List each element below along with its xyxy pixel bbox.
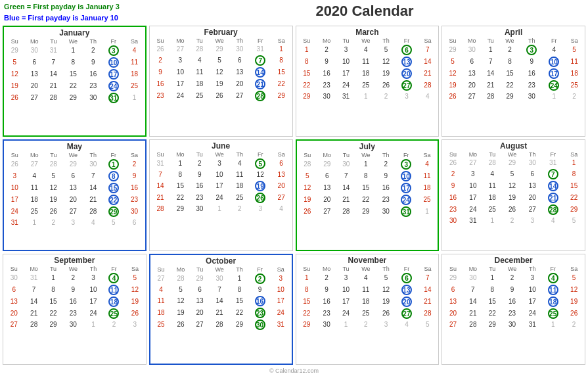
- day-cell: 30: [520, 91, 543, 102]
- day-cell: 4: [395, 319, 418, 330]
- day-cell: 21: [84, 194, 102, 206]
- day-cell: 26: [125, 308, 145, 319]
- day-header-mo: Mo: [316, 37, 337, 44]
- day-cell: 20: [62, 194, 84, 206]
- day-cell: 27: [523, 204, 541, 216]
- day-header-mo: Mo: [24, 152, 45, 158]
- day-cell: 13: [24, 68, 45, 80]
- day-header-fr: Fr: [248, 266, 271, 273]
- day-cell: 15: [170, 180, 191, 192]
- day-cell: 1: [102, 158, 125, 170]
- day-cell: 19: [249, 180, 272, 192]
- day-cell: 29: [208, 44, 231, 55]
- day-cell: 3: [377, 319, 396, 330]
- day-header-fr: Fr: [541, 266, 564, 272]
- day-cell: 2: [501, 216, 524, 226]
- day-cell: 29: [5, 45, 24, 57]
- day-cell: 13: [62, 182, 84, 194]
- day-cell: 7: [84, 170, 102, 182]
- day-cell: 17: [337, 68, 355, 80]
- day-cell: 24: [84, 308, 102, 319]
- day-cell: 17: [5, 194, 24, 206]
- day-cell: 21: [541, 192, 564, 204]
- day-header-sa: Sa: [418, 37, 438, 44]
- day-cell: 17: [337, 296, 355, 308]
- day-cell: 15: [564, 180, 583, 192]
- day-header-su: Su: [298, 152, 317, 158]
- day-cell: 1: [484, 272, 501, 284]
- month-title-november: November: [298, 256, 438, 265]
- day-cell: 2: [501, 272, 524, 284]
- day-cell: 21: [418, 68, 438, 80]
- day-header-sa: Sa: [565, 37, 583, 44]
- day-cell: 20: [5, 308, 24, 319]
- day-cell: 4: [102, 272, 125, 284]
- day-cell: 19: [564, 296, 583, 308]
- day-cell: 29: [272, 90, 291, 102]
- day-cell: 5: [208, 55, 231, 66]
- day-header-su: Su: [443, 151, 463, 158]
- day-cell: 22: [231, 307, 248, 319]
- day-cell: 25: [191, 90, 208, 102]
- day-cell: 20: [231, 78, 249, 90]
- day-cell: 15: [62, 68, 84, 80]
- day-cell: 6: [462, 56, 482, 68]
- day-cell: 5: [5, 57, 24, 68]
- day-cell: 1: [125, 92, 143, 104]
- day-header-sa: Sa: [564, 151, 583, 158]
- day-cell: 9: [151, 66, 170, 78]
- day-cell: 27: [170, 44, 191, 55]
- day-cell: 2: [355, 319, 377, 330]
- day-cell: 4: [541, 272, 564, 284]
- day-cell: 6: [317, 170, 338, 182]
- day-cell: 16: [443, 192, 463, 204]
- day-header-we: We: [62, 152, 84, 158]
- day-cell: 26: [5, 158, 24, 170]
- day-header-we: We: [355, 37, 377, 44]
- day-cell: 1: [355, 158, 376, 170]
- day-cell: 7: [418, 272, 438, 284]
- day-header-su: Su: [298, 266, 317, 272]
- day-header-fr: Fr: [102, 266, 125, 272]
- day-header-mo: Mo: [317, 152, 338, 158]
- day-cell: 9: [62, 284, 84, 296]
- day-cell: 31: [249, 44, 272, 55]
- day-cell: 7: [151, 170, 170, 180]
- day-cell: 18: [24, 194, 45, 206]
- day-cell: 28: [541, 204, 564, 216]
- day-cell: 19: [45, 194, 62, 206]
- day-cell: 29: [231, 319, 248, 331]
- day-cell: 8: [170, 170, 191, 180]
- day-cell: 28: [151, 204, 170, 214]
- day-cell: 23: [443, 204, 463, 216]
- day-cell: 14: [249, 66, 272, 78]
- day-cell: 28: [298, 158, 317, 170]
- day-header-sa: Sa: [418, 152, 436, 158]
- day-header-we: We: [62, 38, 84, 45]
- day-cell: 27: [5, 319, 24, 330]
- day-cell: 25: [418, 194, 436, 206]
- day-cell: 1: [170, 158, 191, 170]
- day-cell: 17: [523, 296, 541, 308]
- day-cell: 19: [5, 80, 24, 92]
- day-header-tu: Tu: [45, 38, 62, 45]
- day-cell: 22: [298, 80, 317, 91]
- day-cell: 7: [463, 284, 484, 296]
- day-cell: 27: [395, 80, 418, 91]
- day-cell: 2: [564, 319, 583, 330]
- day-cell: 27: [462, 91, 482, 102]
- day-cell: 7: [45, 57, 62, 68]
- day-cell: 10: [271, 285, 290, 295]
- day-cell: 29: [62, 158, 84, 170]
- day-cell: 14: [418, 56, 438, 68]
- day-cell: 19: [170, 307, 191, 319]
- day-cell: 5: [501, 168, 524, 180]
- day-cell: 9: [520, 56, 543, 68]
- day-cell: 30: [208, 273, 230, 285]
- day-cell: 7: [24, 284, 45, 296]
- day-cell: 12: [208, 66, 231, 78]
- day-cell: 11: [484, 180, 501, 192]
- month-february: FebruarySuMoTuWeThFrSa262728293031123456…: [149, 26, 293, 137]
- day-cell: 10: [543, 56, 565, 68]
- day-cell: 2: [62, 272, 84, 284]
